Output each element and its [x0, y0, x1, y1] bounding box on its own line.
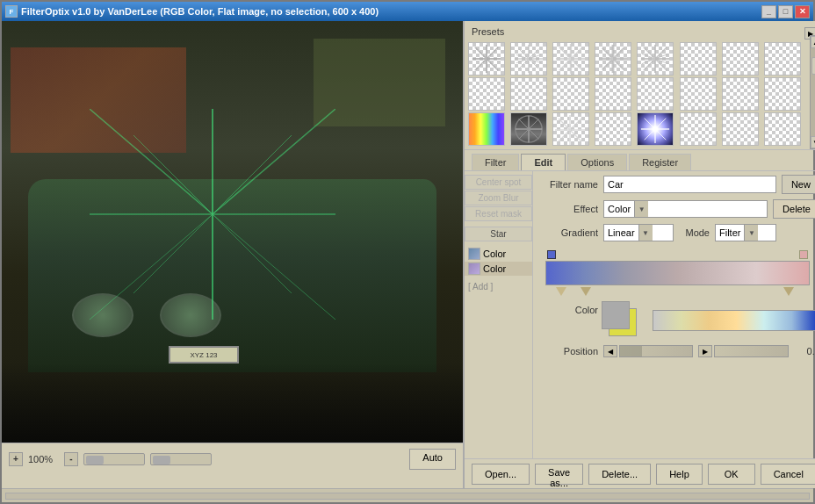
preset-item[interactable] — [595, 112, 631, 146]
gradient-stop-bottom-1[interactable] — [556, 287, 566, 296]
gradient-dropdown[interactable]: Linear ▼ — [603, 224, 674, 241]
position-left-button[interactable]: ◀ — [603, 345, 617, 357]
scroll-v-thumb[interactable] — [811, 57, 815, 75]
color-item-label-1: Color — [483, 248, 506, 259]
effect-row: Effect Color ▼ Delete — [537, 199, 815, 219]
bottom-bar: Open... Save as... Delete... Help OK Can… — [465, 458, 815, 488]
zoom-in-button[interactable]: - — [64, 452, 78, 466]
canvas-image[interactable]: XYZ 123 — [2, 21, 463, 443]
position-slider-2[interactable] — [714, 345, 788, 357]
presets-row-1 — [468, 42, 804, 76]
preset-item[interactable] — [764, 42, 801, 76]
preset-item[interactable] — [722, 112, 759, 146]
effect-dropdown-arrow: ▼ — [634, 201, 648, 217]
zoom-blur-button[interactable]: Zoom Blur — [465, 191, 532, 205]
svg-line-0 — [90, 109, 213, 214]
mode-label: Mode — [679, 227, 710, 238]
star-button[interactable]: Star — [465, 227, 532, 241]
horizontal-scrollbar-2[interactable] — [150, 453, 212, 465]
new-button[interactable]: New — [782, 175, 815, 194]
tab-register[interactable]: Register — [629, 154, 691, 170]
save-as-button[interactable]: Save as... — [535, 464, 583, 485]
reset-mask-button[interactable]: Reset mask — [465, 206, 532, 221]
gradient-stop-bottom-3[interactable] — [783, 287, 794, 296]
effect-value: Color — [604, 204, 634, 214]
svg-line-2 — [90, 214, 213, 320]
auto-button[interactable]: Auto — [409, 449, 456, 470]
preset-item[interactable] — [552, 112, 589, 146]
mode-dropdown-arrow: ▼ — [744, 225, 758, 241]
gradient-bar[interactable] — [545, 261, 810, 285]
window-title: FilterOptix v1.0 by VanDerLee (RGB Color… — [21, 6, 379, 17]
effect-label: Effect — [537, 204, 598, 214]
color-label: Color — [537, 305, 598, 315]
preset-item[interactable] — [637, 77, 674, 111]
add-button[interactable]: [ Add ] — [465, 281, 532, 292]
position-row: Position ◀ ▶ 0.0 — [537, 345, 815, 357]
delete-button[interactable]: Delete — [773, 199, 815, 219]
edit-column: Filter name New Effect Color ▼ Delete — [533, 171, 815, 458]
cancel-button[interactable]: Cancel — [761, 464, 815, 485]
position-right-button[interactable]: ▶ — [698, 345, 712, 357]
color-section: Color — [537, 301, 815, 340]
preset-item[interactable] — [510, 77, 547, 111]
svg-line-3 — [213, 214, 335, 320]
scroll-down-button[interactable]: ▼ — [811, 136, 815, 148]
position-value: 0.0 — [794, 346, 815, 356]
ok-button[interactable]: OK — [708, 464, 755, 485]
preset-item[interactable] — [468, 112, 505, 146]
preset-item[interactable] — [510, 42, 547, 76]
presets-scrollbar[interactable]: ▲ ▼ — [810, 35, 815, 149]
filter-name-input[interactable] — [603, 176, 776, 193]
preset-item[interactable] — [680, 42, 717, 76]
gradient-stop-bottom-2[interactable] — [581, 287, 591, 296]
filter-column: Center spot Zoom Blur Reset mask Star Co… — [465, 171, 533, 458]
preset-item[interactable] — [637, 42, 674, 76]
preset-item[interactable] — [764, 77, 801, 111]
presets-section: Presets ▶ — [465, 21, 815, 150]
app-body: XYZ 123 + 100% - Auto — [2, 21, 813, 488]
scroll-up-button[interactable]: ▲ — [811, 36, 815, 48]
preset-item[interactable] — [722, 42, 759, 76]
svg-line-9 — [213, 135, 292, 214]
preset-item[interactable] — [468, 77, 505, 111]
preset-item[interactable] — [595, 42, 631, 76]
color-item-2[interactable]: Color — [465, 262, 532, 276]
preset-item[interactable] — [510, 112, 547, 146]
color-item-icon-2 — [468, 263, 480, 275]
gradient-stop-left[interactable] — [547, 250, 556, 259]
mode-dropdown[interactable]: Filter ▼ — [715, 224, 776, 241]
preset-item[interactable] — [595, 77, 631, 111]
color-item-label-2: Color — [483, 263, 506, 274]
presets-label: Presets — [472, 26, 504, 37]
tab-filter[interactable]: Filter — [472, 154, 519, 170]
tab-edit[interactable]: Edit — [521, 154, 566, 170]
color-swatch-back[interactable] — [602, 301, 630, 329]
preset-item[interactable] — [637, 112, 674, 146]
position-slider[interactable] — [619, 345, 693, 357]
color-gradient-strip[interactable] — [653, 310, 815, 331]
color-item-1[interactable]: Color — [465, 247, 532, 261]
tab-options[interactable]: Options — [567, 154, 627, 170]
open-button[interactable]: Open... — [472, 464, 530, 485]
minimize-button[interactable]: _ — [761, 5, 776, 18]
horizontal-scrollbar[interactable] — [83, 453, 145, 465]
center-spot-button[interactable]: Center spot — [465, 175, 532, 190]
preset-item[interactable] — [468, 42, 505, 76]
preset-item[interactable] — [552, 77, 589, 111]
preset-item[interactable] — [680, 112, 717, 146]
maximize-button[interactable]: □ — [778, 5, 793, 18]
preset-item[interactable] — [552, 42, 589, 76]
gradient-dropdown-arrow: ▼ — [638, 225, 653, 241]
presets-header: Presets ▶ — [468, 25, 815, 42]
preset-item[interactable] — [764, 112, 801, 146]
effect-dropdown[interactable]: Color ▼ — [603, 200, 768, 218]
close-button[interactable]: ✕ — [795, 5, 810, 18]
delete-filter-button[interactable]: Delete... — [588, 464, 651, 485]
color-item-icon-1 — [468, 248, 480, 260]
zoom-out-button[interactable]: + — [9, 452, 23, 466]
preset-item[interactable] — [680, 77, 717, 111]
help-button[interactable]: Help — [656, 464, 703, 485]
gradient-stop-right[interactable] — [799, 250, 808, 259]
preset-item[interactable] — [722, 77, 759, 111]
